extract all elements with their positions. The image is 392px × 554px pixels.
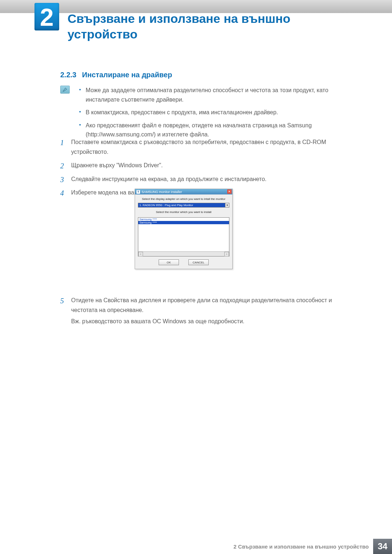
section-number: 2.2.3	[60, 71, 76, 79]
step-text: Щракнете върху "Windows Driver".	[71, 162, 163, 168]
chapter-number-badge: 2	[34, 3, 59, 30]
dropdown-button[interactable]: ▾	[225, 203, 229, 208]
dialog-titlebar: T SAMSUNG monitor installer ✕	[135, 189, 232, 194]
note-item: В компактдиска, предоставен с продукта, …	[86, 108, 336, 117]
app-logo-icon: T	[136, 190, 140, 194]
page-footer: 2 Свързване и използване на външно устро…	[0, 539, 392, 554]
dialog-title: SAMSUNG monitor installer	[142, 190, 182, 194]
close-button[interactable]: ✕	[227, 189, 232, 194]
scrollbar[interactable]: ‹ ›	[138, 251, 229, 256]
installer-dialog: T SAMSUNG monitor installer ✕ Select the…	[135, 189, 233, 269]
note-item: Може да зададете оптималната разделителн…	[86, 86, 336, 104]
step-text: Отидете на Свойства на дисплея и провере…	[71, 297, 332, 313]
chapter-title: Свързване и използване на външно устройс…	[68, 11, 329, 42]
step-number: 5	[60, 295, 64, 307]
step-number: 3	[60, 173, 64, 186]
footer-chapter: 2 Свързване и използване на външно устро…	[233, 539, 373, 554]
step-number: 1	[60, 136, 64, 149]
step-item: 1 Поставете компактдиска с ръководството…	[60, 137, 336, 157]
list-item[interactable]: Samsung ****	[138, 218, 229, 221]
list-item[interactable]: Samsung ****	[138, 221, 229, 224]
section-title: Инсталиране на драйвер	[82, 71, 172, 79]
cancel-button[interactable]: CANCEL	[188, 259, 209, 265]
step-number: 4	[60, 187, 64, 199]
info-icon	[60, 86, 70, 94]
scroll-left-icon[interactable]: ‹	[138, 252, 143, 257]
dialog-prompt-adapter: Select the display adapter on which you …	[138, 197, 229, 201]
step-text: Поставете компактдиска с ръководството з…	[71, 139, 326, 155]
step-text: Следвайте инструкциите на екрана, за да …	[71, 176, 266, 182]
section-heading: 2.2.3 Инсталиране на драйвер	[60, 71, 172, 79]
scroll-right-icon[interactable]: ›	[224, 252, 229, 257]
note-block: Може да зададете оптималната разделителн…	[60, 86, 336, 143]
ok-button[interactable]: OK	[159, 259, 179, 265]
note-item: Ако предоставеният файл е повреден, отид…	[86, 121, 336, 139]
step-item: 5 Отидете на Свойства на дисплея и прове…	[60, 295, 336, 327]
step-item: 2 Щракнете върху "Windows Driver".	[60, 160, 336, 170]
step-extra-text: Вж. ръководството за вашата ОС Windows з…	[60, 316, 336, 326]
page-number: 34	[373, 539, 392, 554]
step-item: 3 Следвайте инструкциите на екрана, за д…	[60, 174, 336, 184]
adapter-select[interactable]: 1. RADEON 9550 : Plug and Play Monitor	[138, 203, 229, 208]
dialog-prompt-monitor: Select the monitor which you want to ins…	[138, 210, 229, 214]
monitor-listbox[interactable]: Samsung **** Samsung **** ‹ ›	[138, 217, 229, 257]
step-number: 2	[60, 160, 64, 172]
